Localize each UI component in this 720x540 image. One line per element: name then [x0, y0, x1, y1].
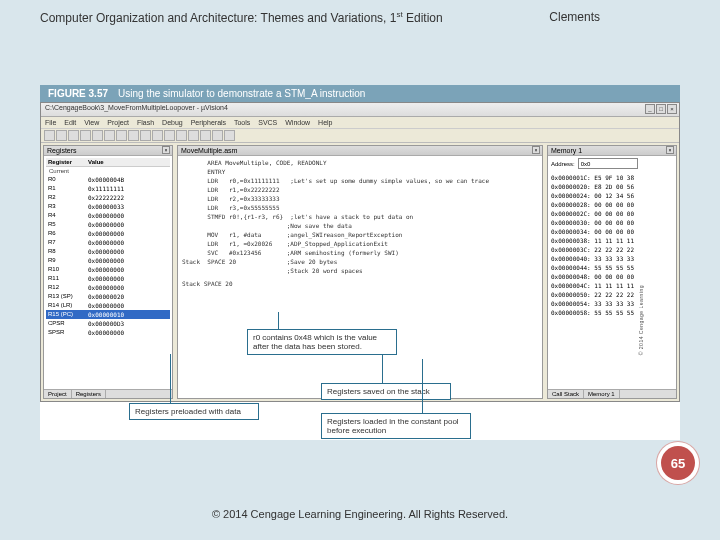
registers-title-text: Registers	[47, 147, 77, 154]
memory-addr-row: Address:	[548, 156, 676, 171]
menu-debug[interactable]: Debug	[162, 119, 183, 126]
close-icon[interactable]: ×	[667, 104, 677, 114]
toolbar-icon[interactable]	[128, 130, 139, 141]
toolbar-icon[interactable]	[224, 130, 235, 141]
figure-label: FIGURE 3.57	[48, 88, 108, 99]
code-title-text: MoveMultiple.asm	[181, 147, 237, 154]
code-title: MoveMultiple.asm×	[178, 146, 542, 156]
tab-registers[interactable]: Registers	[72, 390, 106, 398]
callout-preload: Registers preloaded with data	[129, 403, 259, 420]
toolbar-icon[interactable]	[80, 130, 91, 141]
callout-stack: Registers saved on the stack	[321, 383, 451, 400]
toolbar-icon[interactable]	[152, 130, 163, 141]
toolbar-icon[interactable]	[164, 130, 175, 141]
reg-row[interactable]: R20x22222222	[46, 193, 170, 202]
reg-header: RegisterValue	[46, 158, 170, 167]
memory-title-text: Memory 1	[551, 147, 582, 154]
reg-row[interactable]: R40x00000000	[46, 211, 170, 220]
memory-tabs: Call Stack Memory 1	[548, 389, 676, 398]
author-name: Clements	[549, 10, 600, 24]
reg-row[interactable]: CPSR0x000000D3	[46, 319, 170, 328]
toolbar-icon[interactable]	[212, 130, 223, 141]
slide-header: Computer Organization and Architecture: …	[40, 10, 680, 25]
menu-svcs[interactable]: SVCS	[258, 119, 277, 126]
menubar: File Edit View Project Flash Debug Perip…	[41, 117, 679, 129]
toolbar-icon[interactable]	[44, 130, 55, 141]
menu-window[interactable]: Window	[285, 119, 310, 126]
reg-group: Current	[46, 167, 170, 175]
addr-input[interactable]	[578, 158, 638, 169]
reg-row[interactable]: R50x00000000	[46, 220, 170, 229]
book-title-b: Edition	[403, 11, 443, 25]
menu-peripherals[interactable]: Peripherals	[191, 119, 226, 126]
window-buttons: _ □ ×	[645, 104, 677, 114]
tab-project[interactable]: Project	[44, 390, 72, 398]
figure-bar: FIGURE 3.57 Using the simulator to demon…	[40, 85, 680, 102]
toolbar-icon[interactable]	[200, 130, 211, 141]
tab-memory[interactable]: Memory 1	[584, 390, 620, 398]
app-title: C:\CengageBook\3_MoveFromMultipleLoopove…	[45, 104, 228, 111]
memory-rows: 0x0000001C: E5 9F 10 38 0x00000020: E8 2…	[548, 171, 676, 319]
reg-row[interactable]: R120x00000000	[46, 283, 170, 292]
close-icon[interactable]: ×	[162, 146, 170, 154]
figure-caption: Using the simulator to demonstrate a STM…	[118, 88, 365, 99]
app-titlebar: C:\CengageBook\3_MoveFromMultipleLoopove…	[41, 103, 679, 117]
registers-tabs: Project Registers	[44, 389, 172, 398]
registers-title: Registers×	[44, 146, 172, 156]
reg-row[interactable]: R100x00000000	[46, 265, 170, 274]
reg-row[interactable]: R13 (SP)0x00000020	[46, 292, 170, 301]
minimize-icon[interactable]: _	[645, 104, 655, 114]
reg-row[interactable]: SPSR0x00000000	[46, 328, 170, 337]
tab-callstack[interactable]: Call Stack	[548, 390, 584, 398]
page-number-badge: 65	[661, 446, 695, 480]
reg-row[interactable]: R30x00000033	[46, 202, 170, 211]
callout-r0: r0 contains 0x48 which is the value afte…	[247, 329, 397, 355]
app-window: C:\CengageBook\3_MoveFromMultipleLoopove…	[40, 102, 680, 402]
side-credit: © 2014 Cengage Learning	[638, 285, 644, 355]
menu-file[interactable]: File	[45, 119, 56, 126]
maximize-icon[interactable]: □	[656, 104, 666, 114]
footer: © 2014 Cengage Learning Engineering. All…	[0, 508, 720, 520]
toolbar-icon[interactable]	[176, 130, 187, 141]
addr-label: Address:	[551, 161, 575, 167]
menu-tools[interactable]: Tools	[234, 119, 250, 126]
book-title-a: Computer Organization and Architecture: …	[40, 11, 396, 25]
close-icon[interactable]: ×	[532, 146, 540, 154]
reg-row[interactable]: R90x00000000	[46, 256, 170, 265]
code-lines: AREA MoveMultiple, CODE, READONLY ENTRY …	[178, 156, 542, 277]
reg-hdr-name: Register	[48, 159, 88, 165]
menu-flash[interactable]: Flash	[137, 119, 154, 126]
reg-row[interactable]: R00x0000004B	[46, 175, 170, 184]
content-area: FIGURE 3.57 Using the simulator to demon…	[40, 85, 680, 440]
reg-row[interactable]: R80x00000000	[46, 247, 170, 256]
close-icon[interactable]: ×	[666, 146, 674, 154]
toolbar-icon[interactable]	[140, 130, 151, 141]
toolbar-icon[interactable]	[92, 130, 103, 141]
toolbar-icon[interactable]	[188, 130, 199, 141]
toolbar-icon[interactable]	[116, 130, 127, 141]
code-sub: Stack SPACE 20	[178, 277, 542, 290]
slide: Computer Organization and Architecture: …	[0, 0, 720, 540]
memory-title: Memory 1×	[548, 146, 676, 156]
code-panel: MoveMultiple.asm× AREA MoveMultiple, COD…	[177, 145, 543, 399]
menu-help[interactable]: Help	[318, 119, 332, 126]
memory-panel: Memory 1× Address: 0x0000001C: E5 9F 10 …	[547, 145, 677, 399]
menu-edit[interactable]: Edit	[64, 119, 76, 126]
toolbar-icon[interactable]	[104, 130, 115, 141]
reg-row[interactable]: R14 (LR)0x00000000	[46, 301, 170, 310]
reg-row[interactable]: R110x00000000	[46, 274, 170, 283]
workarea: Registers× RegisterValue Current R00x000…	[41, 143, 679, 401]
reg-row[interactable]: R15 (PC)0x00000010	[46, 310, 170, 319]
menu-view[interactable]: View	[84, 119, 99, 126]
toolbar	[41, 129, 679, 143]
toolbar-icon[interactable]	[56, 130, 67, 141]
reg-hdr-value: Value	[88, 159, 104, 165]
registers-panel: Registers× RegisterValue Current R00x000…	[43, 145, 173, 399]
menu-project[interactable]: Project	[107, 119, 129, 126]
reg-row[interactable]: R10x11111111	[46, 184, 170, 193]
reg-row[interactable]: R70x00000000	[46, 238, 170, 247]
callout-pool: Registers loaded in the constant pool be…	[321, 413, 471, 439]
toolbar-icon[interactable]	[68, 130, 79, 141]
reg-row[interactable]: R60x00000000	[46, 229, 170, 238]
